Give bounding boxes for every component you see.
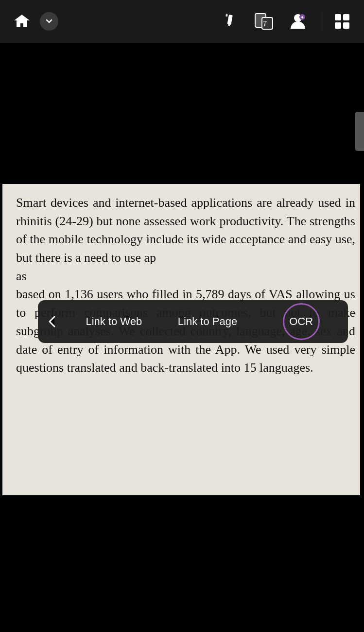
- ocr-label: OCR: [289, 315, 313, 328]
- annotate-button[interactable]: [218, 9, 242, 34]
- top-navigation-bar: T ✦: [0, 0, 364, 43]
- top-bar-right: T ✦: [218, 9, 354, 34]
- home-icon: [12, 12, 32, 31]
- pen-icon: [221, 13, 239, 30]
- context-menu-bar: Link to Web Link to Page OCR: [38, 300, 348, 343]
- apps-grid-button[interactable]: [330, 9, 354, 34]
- bottom-black-area: [0, 496, 364, 632]
- ocr-button[interactable]: OCR: [254, 300, 348, 343]
- ai-person-icon: ✦: [289, 12, 307, 31]
- ai-person-button[interactable]: ✦: [286, 9, 310, 34]
- toolbar-separator: [320, 12, 320, 31]
- home-button[interactable]: [10, 9, 34, 34]
- context-back-button[interactable]: [38, 300, 67, 343]
- chevron-down-button[interactable]: [40, 12, 58, 31]
- context-menu-items: Link to Web Link to Page OCR: [67, 300, 348, 343]
- grid-icon: [333, 12, 351, 31]
- back-chevron-icon: [47, 313, 58, 330]
- translate-button[interactable]: T: [252, 9, 276, 34]
- link-to-web-button[interactable]: Link to Web: [67, 300, 161, 343]
- svg-text:✦: ✦: [300, 15, 304, 20]
- translate-icon: T: [253, 11, 275, 32]
- document-text-content: Smart devices and internet-based applica…: [16, 194, 355, 377]
- sidebar-scroll-handle[interactable]: [355, 112, 364, 151]
- svg-rect-10: [335, 22, 341, 29]
- top-bar-left: [10, 9, 58, 34]
- svg-rect-11: [343, 22, 349, 29]
- top-black-area: [0, 43, 364, 184]
- link-to-page-label: Link to Page: [178, 315, 237, 328]
- svg-rect-1: [225, 14, 228, 17]
- link-to-page-button[interactable]: Link to Page: [161, 300, 255, 343]
- svg-text:T: T: [263, 20, 267, 28]
- svg-rect-0: [227, 15, 233, 25]
- svg-rect-8: [335, 14, 341, 20]
- svg-rect-9: [343, 14, 349, 20]
- link-to-web-label: Link to Web: [86, 315, 142, 328]
- chevron-down-icon: [45, 17, 53, 26]
- document-paragraph: Smart devices and internet-based applica…: [16, 196, 355, 375]
